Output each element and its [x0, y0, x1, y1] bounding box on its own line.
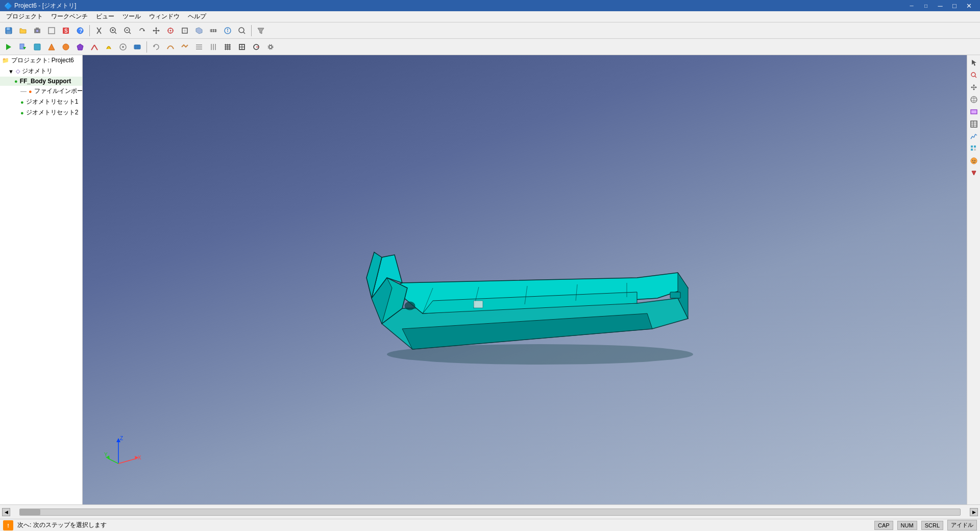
svg-rect-104	[971, 110, 977, 114]
tree-geoset1[interactable]: ● ジオメトリセット1	[0, 96, 82, 107]
tree-file-import-label: ファイルインポート, C:¥FT	[34, 87, 83, 95]
tb-measure[interactable]	[207, 24, 220, 37]
tb2-shape3[interactable]	[59, 40, 72, 54]
scrollbar-thumb[interactable]	[20, 509, 40, 515]
tb-help[interactable]: ?	[74, 24, 87, 37]
tree-geoset2-label: ジオメトリセット2	[26, 108, 79, 117]
svg-line-53	[91, 45, 94, 50]
tb-zoom-fit[interactable]	[235, 24, 249, 37]
svg-point-56	[122, 46, 124, 48]
menu-window[interactable]: ウィンドウ	[145, 11, 184, 22]
close-button[interactable]: ✕	[962, 0, 976, 11]
title-bar: 🔷 Project6 - [ジオメトリ] ─ □ ─ □ ✕	[0, 0, 980, 11]
tb2-curve1[interactable]	[164, 40, 177, 54]
rt-pan[interactable]	[968, 82, 979, 93]
scroll-left-btn[interactable]: ◀	[2, 508, 10, 516]
scroll-right-btn[interactable]: ▶	[970, 508, 978, 516]
svg-point-115	[974, 160, 975, 161]
svg-point-42	[227, 31, 228, 32]
rt-graph[interactable]	[968, 131, 979, 142]
tb-target[interactable]	[164, 24, 177, 37]
tb-move[interactable]	[150, 24, 163, 37]
svg-rect-5	[36, 28, 39, 29]
rt-unknown[interactable]	[968, 167, 979, 179]
tb-save[interactable]	[2, 24, 15, 37]
tb-blank1[interactable]	[45, 24, 58, 37]
tree-geometry-label: ジオメトリ	[22, 67, 53, 76]
tb2-curve2[interactable]	[178, 40, 191, 54]
menu-view[interactable]: ビュー	[92, 11, 118, 22]
tb-filter[interactable]	[254, 24, 267, 37]
tb-camera[interactable]	[31, 24, 44, 37]
svg-rect-111	[974, 146, 976, 148]
tb2-shape5[interactable]	[88, 40, 101, 54]
tb-open[interactable]	[16, 24, 30, 37]
tb2-lines1[interactable]	[192, 40, 206, 54]
tb-rotate[interactable]	[135, 24, 149, 37]
tb2-lines4[interactable]	[235, 40, 249, 54]
svg-marker-50	[48, 44, 55, 50]
tb2-shape8[interactable]	[131, 40, 144, 54]
svg-marker-26	[158, 30, 160, 32]
rt-table[interactable]	[968, 118, 979, 130]
geoset1-dot: ●	[20, 99, 24, 105]
rt-measure2[interactable]	[968, 106, 979, 117]
tb-zoom-out[interactable]	[121, 24, 134, 37]
tb-cut[interactable]	[92, 24, 106, 37]
3d-part-shape	[321, 206, 729, 370]
svg-line-18	[129, 32, 131, 34]
menu-tools[interactable]: ツール	[118, 11, 145, 22]
svg-point-114	[972, 160, 973, 161]
menu-workbench[interactable]: ワークベンチ	[47, 11, 92, 22]
svg-rect-6	[48, 28, 55, 34]
minimize-button[interactable]: ─	[933, 0, 947, 11]
rt-filter2[interactable]	[968, 143, 979, 154]
tree-project[interactable]: 📁 プロジェクト: Project6	[0, 55, 82, 66]
svg-marker-52	[77, 44, 83, 50]
tb2-lines2[interactable]	[207, 40, 220, 54]
tree-geoset2[interactable]: ● ジオメトリセット2	[0, 107, 82, 118]
svg-text:Z: Z	[120, 436, 123, 441]
extra-btn1[interactable]: ─	[904, 0, 919, 11]
rt-rotate3d[interactable]	[968, 94, 979, 105]
svg-text:?: ?	[79, 28, 83, 34]
tree-geometry[interactable]: ▼ ◇ ジオメトリ	[0, 66, 82, 77]
maximize-button[interactable]: □	[947, 0, 962, 11]
menu-help[interactable]: ヘルプ	[184, 11, 210, 22]
svg-line-44	[243, 32, 245, 34]
tb2-shape7[interactable]	[116, 40, 130, 54]
tb2-gear[interactable]	[264, 40, 277, 54]
toolbar-secondary	[0, 39, 980, 55]
extra-btn2[interactable]: □	[919, 0, 933, 11]
rt-select[interactable]	[968, 57, 979, 68]
tb2-lines3[interactable]	[221, 40, 234, 54]
svg-marker-24	[155, 33, 157, 34]
rt-zoom[interactable]	[968, 69, 979, 81]
rt-face[interactable]	[968, 155, 979, 166]
svg-marker-46	[6, 44, 11, 50]
tb2-shape6[interactable]	[102, 40, 115, 54]
tb-zoom-in[interactable]	[107, 24, 120, 37]
tb2-play[interactable]	[2, 40, 15, 54]
tb-cube[interactable]	[192, 24, 206, 37]
tb2-circle[interactable]	[250, 40, 263, 54]
app-icon: 🔷	[4, 2, 12, 10]
tb-analyze[interactable]	[221, 24, 234, 37]
menu-project[interactable]: プロジェクト	[2, 11, 47, 22]
tree-file-import[interactable]: — ● ファイルインポート, C:¥FT	[0, 86, 82, 96]
tb2-undo[interactable]	[150, 40, 163, 54]
tb2-shape1[interactable]	[31, 40, 44, 54]
toolbar-sep2	[251, 25, 252, 36]
left-panel-tree: 📁 プロジェクト: Project6 ▼ ◇ ジオメトリ ● FF_Body S…	[0, 55, 83, 504]
scrollbar-track[interactable]	[19, 509, 961, 516]
body-support-icon: ●	[14, 78, 18, 84]
tb2-import[interactable]	[16, 40, 30, 54]
tb2-shape4[interactable]	[74, 40, 87, 54]
status-message: 次へ: 次のステップを選択します	[17, 521, 107, 529]
tb2-shape2[interactable]	[45, 40, 58, 54]
svg-point-89	[405, 302, 415, 310]
tree-body-support[interactable]: ● FF_Body Support	[0, 77, 82, 86]
tb-settings[interactable]: S	[59, 24, 72, 37]
viewport-3d[interactable]: Z X Y	[83, 55, 967, 504]
tb-box[interactable]	[178, 24, 191, 37]
